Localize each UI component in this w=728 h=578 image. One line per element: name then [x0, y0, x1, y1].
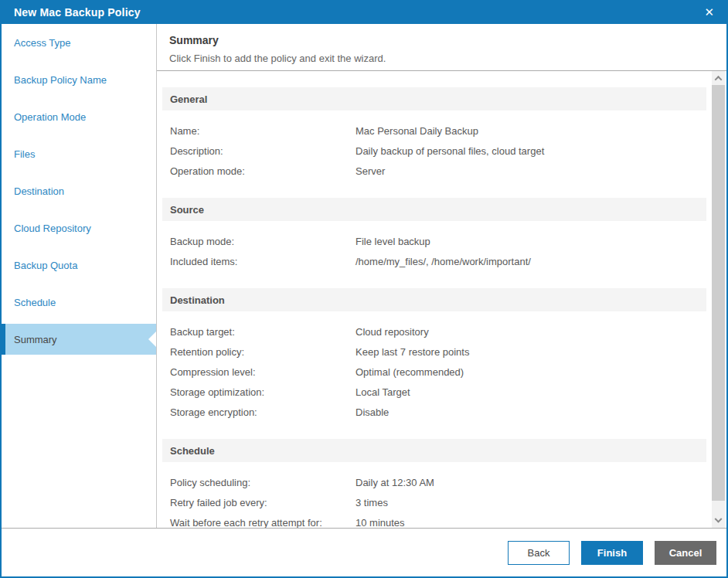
row-label: Description: — [170, 145, 355, 157]
back-button[interactable]: Back — [508, 541, 570, 565]
row-label: Storage optimization: — [170, 386, 355, 398]
row-label: Wait before each retry attempt for: — [170, 517, 355, 529]
row-value: Mac Personal Daily Backup — [355, 125, 706, 137]
row-value: Disable — [355, 406, 706, 418]
row-value: Local Target — [355, 386, 706, 398]
row-label: Retry failed job every: — [170, 497, 355, 508]
scrollbar-thumb[interactable] — [712, 85, 725, 501]
summary-row: Retry failed job every: 3 times — [170, 492, 706, 512]
vertical-scrollbar[interactable] — [712, 71, 725, 528]
summary-content: General Name: Mac Personal Daily Backup … — [157, 71, 726, 528]
row-value: Cloud repository — [355, 326, 706, 338]
sidebar-item-backup-quota[interactable]: Backup Quota — [2, 250, 156, 280]
sidebar-item-access-type[interactable]: Access Type — [2, 27, 156, 58]
sidebar-item-label: Operation Mode — [14, 111, 86, 123]
row-value: File level backup — [355, 236, 706, 247]
row-label: Operation mode: — [170, 165, 355, 177]
scroll-up-button[interactable] — [712, 71, 725, 85]
chevron-up-icon — [715, 75, 723, 83]
row-value: Daily backup of personal files, cloud ta… — [355, 145, 706, 157]
step-header: Summary Click Finish to add the policy a… — [157, 24, 726, 71]
summary-row: Description: Daily backup of personal fi… — [170, 141, 706, 161]
row-value: 10 minutes — [355, 517, 706, 529]
row-label: Included items: — [170, 256, 355, 267]
section-general: General Name: Mac Personal Daily Backup … — [162, 87, 706, 181]
wizard-footer: Back Finish Cancel — [2, 528, 726, 576]
sidebar-item-label: Cloud Repository — [14, 223, 91, 234]
page-subtitle: Click Finish to add the policy and exit … — [169, 53, 714, 64]
row-value: /home/my_files/, /home/work/important/ — [355, 256, 706, 267]
scrollbar-track[interactable] — [712, 501, 725, 514]
section-title: Source — [170, 204, 204, 216]
active-step-notch — [148, 332, 156, 347]
finish-button[interactable]: Finish — [581, 541, 643, 565]
summary-row: Operation mode: Server — [170, 161, 706, 181]
row-value: Daily at 12:30 AM — [355, 477, 706, 488]
sidebar-item-label: Backup Policy Name — [14, 74, 107, 86]
scroll-down-button[interactable] — [712, 514, 725, 528]
sidebar-item-label: Schedule — [14, 297, 56, 308]
sidebar-item-label: Backup Quota — [14, 260, 77, 271]
summary-row: Wait before each retry attempt for: 10 m… — [170, 512, 706, 528]
row-label: Retention policy: — [170, 346, 355, 358]
title-bar: New Mac Backup Policy ✕ — [0, 0, 728, 24]
section-title: General — [170, 94, 207, 105]
sidebar-item-backup-policy-name[interactable]: Backup Policy Name — [2, 64, 156, 95]
row-value: 3 times — [355, 497, 706, 508]
row-label: Storage encryption: — [170, 406, 355, 418]
sidebar-item-schedule[interactable]: Schedule — [2, 287, 156, 318]
active-step-accent-bar — [2, 324, 5, 355]
sidebar-item-label: Summary — [14, 334, 57, 345]
row-label: Policy scheduling: — [170, 477, 355, 488]
sidebar-item-label: Files — [14, 148, 35, 160]
section-title: Destination — [170, 294, 225, 306]
sidebar-item-destination[interactable]: Destination — [2, 175, 156, 206]
row-value: Server — [355, 165, 706, 177]
summary-row: Backup target: Cloud repository — [170, 321, 706, 342]
row-value: Optimal (recommended) — [355, 366, 706, 378]
summary-row: Name: Mac Personal Daily Backup — [170, 121, 706, 141]
sidebar-item-label: Access Type — [14, 37, 70, 49]
section-destination: Destination Backup target: Cloud reposit… — [162, 288, 706, 422]
section-source: Source Backup mode: File level backup In… — [162, 198, 706, 271]
section-header: Schedule — [162, 439, 706, 462]
sidebar-item-files[interactable]: Files — [2, 138, 156, 169]
row-label: Name: — [170, 125, 355, 137]
sidebar-item-label: Destination — [14, 185, 64, 197]
section-title: Schedule — [170, 445, 215, 457]
summary-row: Policy scheduling: Daily at 12:30 AM — [170, 472, 706, 492]
summary-row: Storage optimization: Local Target — [170, 382, 706, 402]
sidebar-item-summary-active[interactable]: Summary — [2, 324, 156, 355]
page-title: Summary — [169, 34, 714, 46]
sidebar-item-operation-mode[interactable]: Operation Mode — [2, 101, 156, 132]
section-header: Destination — [162, 288, 706, 311]
cancel-button[interactable]: Cancel — [655, 541, 716, 565]
chevron-down-icon — [715, 515, 723, 522]
summary-row: Compression level: Optimal (recommended) — [170, 362, 706, 382]
row-label: Backup mode: — [170, 236, 355, 247]
summary-row: Backup mode: File level backup — [170, 231, 706, 251]
wizard-window: New Mac Backup Policy ✕ Access Type Back… — [0, 0, 728, 578]
section-schedule: Schedule Policy scheduling: Daily at 12:… — [162, 439, 706, 528]
sidebar-item-cloud-repository[interactable]: Cloud Repository — [2, 212, 156, 243]
summary-row: Included items: /home/my_files/, /home/w… — [170, 251, 706, 271]
main-panel: Summary Click Finish to add the policy a… — [157, 24, 726, 528]
summary-row: Storage encryption: Disable — [170, 402, 706, 422]
row-value: Keep last 7 restore points — [355, 346, 706, 358]
summary-row: Retention policy: Keep last 7 restore po… — [170, 342, 706, 362]
row-label: Backup target: — [170, 326, 355, 338]
section-header: Source — [162, 198, 706, 221]
window-title: New Mac Backup Policy — [14, 6, 141, 19]
close-icon[interactable]: ✕ — [701, 5, 717, 19]
wizard-steps-sidebar: Access Type Backup Policy Name Operation… — [2, 24, 157, 528]
section-header: General — [162, 87, 706, 110]
row-label: Compression level: — [170, 366, 355, 378]
